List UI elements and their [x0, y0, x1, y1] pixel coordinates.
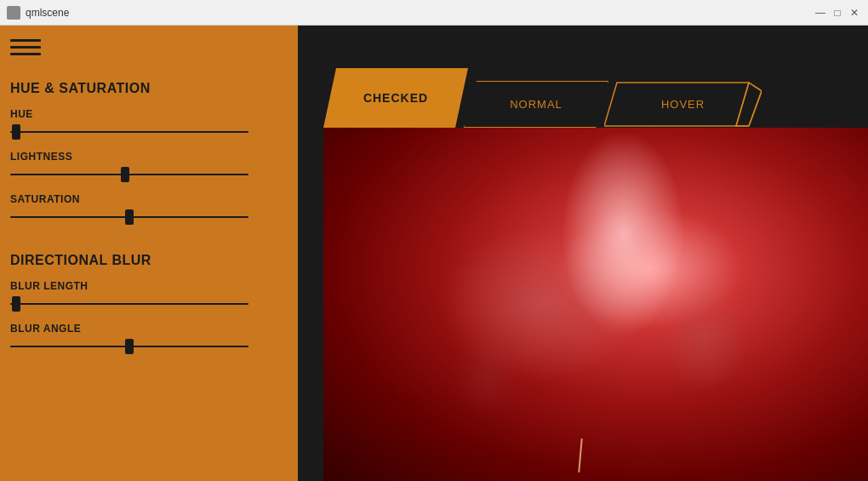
tab-bar: CHECKED NORMAL — [298, 26, 868, 128]
blur-angle-slider-thumb[interactable] — [125, 339, 134, 354]
lightness-slider-thumb[interactable] — [121, 167, 129, 182]
app-icon — [7, 6, 20, 20]
tab-checked[interactable]: CHECKED — [323, 68, 468, 128]
tab-hover[interactable]: HOVER — [604, 81, 762, 128]
smoke-image — [323, 128, 868, 481]
blur-angle-slider-track — [10, 346, 248, 347]
tab-normal[interactable]: NORMAL — [464, 81, 608, 128]
directional-blur-title: DIRECTIONAL BLUR — [10, 253, 288, 268]
saturation-slider-container[interactable] — [10, 210, 248, 224]
hue-slider-thumb[interactable] — [12, 124, 20, 140]
hamburger-line-1 — [10, 39, 41, 42]
hamburger-line-2 — [10, 46, 41, 49]
tab-normal-label: NORMAL — [510, 98, 562, 111]
blur-length-slider-container[interactable] — [10, 297, 248, 311]
content-area: CHECKED NORMAL — [298, 26, 868, 481]
hue-slider-container[interactable] — [10, 125, 248, 139]
window-controls[interactable]: — □ ✕ — [814, 7, 861, 19]
blur-length-slider-track — [10, 303, 248, 305]
hue-slider-group: HUE — [10, 108, 288, 139]
saturation-slider-thumb[interactable] — [125, 209, 134, 225]
tab-checked-label: CHECKED — [363, 91, 428, 105]
lightness-label: LIGHTNESS — [10, 151, 288, 163]
saturation-slider-track — [10, 216, 248, 218]
hue-saturation-title: HUE & SATURATION — [10, 81, 288, 96]
lightness-slider-track — [10, 174, 248, 175]
tab-hover-label: HOVER — [661, 98, 705, 111]
titlebar-left: qmlscene — [7, 6, 69, 20]
blur-angle-slider-container[interactable] — [10, 340, 248, 353]
hamburger-menu[interactable] — [10, 39, 41, 55]
sidebar: HUE & SATURATION HUE LIGHTNESS SATURATIO… — [0, 26, 298, 481]
saturation-slider-group: SATURATION — [10, 193, 288, 224]
main-container: HUE & SATURATION HUE LIGHTNESS SATURATIO… — [0, 26, 868, 481]
hamburger-line-3 — [10, 53, 41, 55]
blur-length-slider-thumb[interactable] — [12, 296, 20, 312]
titlebar: qmlscene — □ ✕ — [0, 0, 868, 26]
app-title: qmlscene — [26, 7, 69, 19]
smoke-overlay — [323, 128, 868, 481]
blur-angle-slider-group: BLUR ANGLE — [10, 323, 288, 353]
close-button[interactable]: ✕ — [848, 7, 861, 19]
minimize-button[interactable]: — — [814, 7, 827, 19]
lightness-slider-container[interactable] — [10, 168, 248, 181]
lightness-slider-group: LIGHTNESS — [10, 151, 288, 181]
blur-length-label: BLUR LENGTH — [10, 280, 288, 292]
image-area — [323, 128, 868, 481]
maximize-button[interactable]: □ — [831, 7, 844, 19]
section-divider — [10, 236, 288, 253]
svg-marker-4 — [736, 83, 762, 126]
hue-label: HUE — [10, 108, 288, 120]
blur-angle-label: BLUR ANGLE — [10, 323, 288, 335]
saturation-label: SATURATION — [10, 193, 288, 205]
hue-slider-track — [10, 131, 248, 133]
blur-length-slider-group: BLUR LENGTH — [10, 280, 288, 311]
